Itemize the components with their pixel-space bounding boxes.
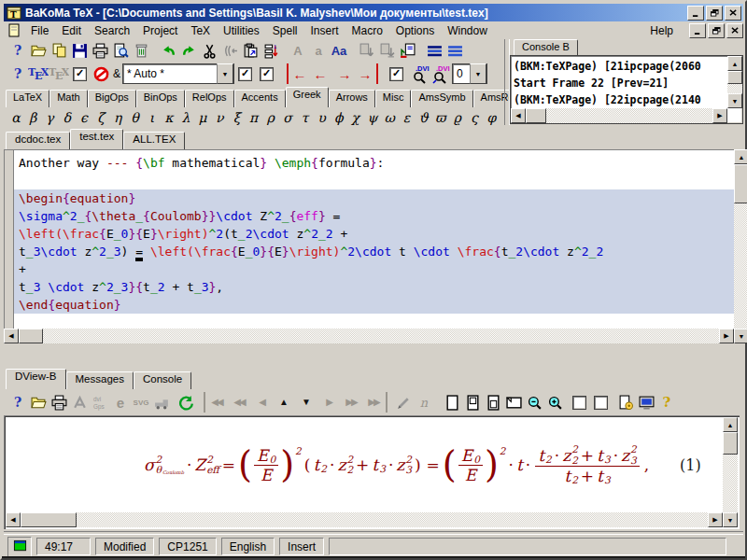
console-vscrollbar[interactable]: ▲ ▼ xyxy=(727,56,742,108)
scroll-thumb[interactable] xyxy=(19,329,43,343)
last-page-icon[interactable]: ▶▶ xyxy=(363,392,388,413)
editor-vscrollbar[interactable]: ▲ ▼ xyxy=(734,149,747,343)
option-3-checkbox[interactable] xyxy=(389,67,403,81)
menu-item-file[interactable]: File xyxy=(24,22,55,39)
export-pdf-icon[interactable] xyxy=(69,392,90,413)
scroll-left-icon[interactable]: ◀ xyxy=(511,108,526,123)
cut-icon[interactable] xyxy=(199,40,219,61)
scroll-down-icon[interactable]: ▼ xyxy=(727,93,742,108)
greek-symbol-button[interactable]: ω xyxy=(381,110,398,125)
tab-bigops[interactable]: BigOps xyxy=(88,90,136,107)
greek-symbol-button[interactable]: σ xyxy=(279,110,296,125)
first-page-icon[interactable]: ◀◀ xyxy=(204,392,229,413)
scroll-right-icon[interactable]: ▶ xyxy=(719,329,734,343)
inverse-search-icon[interactable] xyxy=(393,392,414,413)
chevron-down-icon[interactable]: ▼ xyxy=(217,63,233,84)
scroll-thumb[interactable] xyxy=(734,164,747,203)
prev-page-icon[interactable]: ◀ xyxy=(251,392,274,413)
help-tex-icon[interactable]: ? xyxy=(7,63,28,84)
editor-line[interactable]: + xyxy=(14,260,734,278)
scroll-down-icon[interactable]: ▼ xyxy=(296,392,318,413)
goto-page-icon[interactable]: n xyxy=(414,392,434,413)
editor-line[interactable] xyxy=(14,172,734,189)
tab-latex[interactable]: LaTeX xyxy=(6,90,49,107)
error-count-combo[interactable]: 0▼ xyxy=(452,63,487,84)
dvips-icon[interactable]: dviGps xyxy=(90,392,110,413)
greek-symbol-button[interactable]: ξ xyxy=(228,110,245,125)
help-icon[interactable]: ? xyxy=(7,40,28,61)
open-dvi-icon[interactable] xyxy=(28,392,49,413)
tab-arrows[interactable]: Arrows xyxy=(329,90,375,107)
next-error-icon[interactable]: → xyxy=(334,63,355,84)
greek-symbol-button[interactable]: τ xyxy=(296,110,313,125)
scroll-up-icon[interactable]: ▲ xyxy=(723,417,738,432)
greek-symbol-button[interactable]: ψ xyxy=(364,110,381,125)
prev-error-icon[interactable]: ← xyxy=(310,63,331,84)
menu-item-spell[interactable]: Spell xyxy=(266,22,304,39)
scroll-left-icon[interactable]: ◀ xyxy=(6,512,21,527)
tab-all-tex[interactable]: ALL.TEX xyxy=(123,132,185,149)
mdi-restore-icon[interactable] xyxy=(708,23,725,38)
render-options-icon[interactable] xyxy=(615,392,636,413)
tab-greek[interactable]: Greek xyxy=(286,87,329,107)
preview-dvi-icon[interactable]: .DVI xyxy=(411,63,431,84)
editor-line[interactable]: \sigma^2_{\theta_{Coulomb}}\cdot Z^2_{ef… xyxy=(14,207,734,225)
export-svg-icon[interactable]: SVG xyxy=(131,392,151,413)
menu-item-options[interactable]: Options xyxy=(389,22,441,39)
tab-misc[interactable]: Misc xyxy=(375,90,412,107)
menu-item-edit[interactable]: Edit xyxy=(55,22,88,39)
greek-symbol-button[interactable]: ν xyxy=(211,110,228,125)
tab-math[interactable]: Math xyxy=(49,90,87,107)
editor-hscrollbar[interactable]: ◀ ▶ xyxy=(4,329,734,343)
fit-window-icon[interactable] xyxy=(462,392,483,413)
delete-icon[interactable] xyxy=(131,40,151,61)
sort-icon[interactable]: 1 xyxy=(261,40,281,61)
editor-line[interactable]: Another way --- {\bf mathematical} \emph… xyxy=(14,154,734,172)
tab-dview-b[interactable]: DView-B xyxy=(6,369,66,389)
greek-symbol-button[interactable]: ε xyxy=(398,110,415,125)
preview-hscrollbar[interactable]: ◀ ▶ xyxy=(6,512,723,527)
editor-line[interactable] xyxy=(14,314,734,329)
minimize-icon[interactable] xyxy=(687,6,704,21)
help-dview-icon[interactable]: ? xyxy=(7,392,28,413)
tab-binops[interactable]: BinOps xyxy=(136,90,185,107)
greek-symbol-button[interactable]: μ xyxy=(194,110,211,125)
redo-icon[interactable] xyxy=(178,40,199,61)
greek-symbol-button[interactable]: δ xyxy=(59,110,76,125)
greek-symbol-button[interactable]: θ xyxy=(126,110,143,125)
greek-symbol-button[interactable]: χ xyxy=(347,110,364,125)
source-editor[interactable]: Another way --- {\bf mathematical} \emph… xyxy=(4,149,734,329)
save-icon[interactable] xyxy=(69,40,90,61)
tab-console[interactable]: Console xyxy=(134,371,191,389)
last-error-icon[interactable]: → xyxy=(355,63,378,84)
menu-item-macro[interactable]: Macro xyxy=(345,22,388,39)
menu-item-search[interactable]: Search xyxy=(88,22,136,39)
tab-test-tex[interactable]: test.tex xyxy=(70,129,123,149)
copy-files-icon[interactable] xyxy=(49,40,69,61)
greek-symbol-button[interactable]: ϵ xyxy=(76,110,92,125)
insert-block-icon[interactable] xyxy=(397,40,417,61)
view-option-1-checkbox[interactable] xyxy=(572,396,586,410)
display-setup-icon[interactable] xyxy=(636,392,656,413)
restore-icon[interactable] xyxy=(706,6,723,21)
scroll-left-icon[interactable]: ◀ xyxy=(4,329,19,343)
compile-latex-icon[interactable]: TEX xyxy=(28,63,49,84)
close-icon[interactable] xyxy=(725,6,741,21)
search-dvi-icon[interactable]: .DVI xyxy=(431,63,452,84)
editor-line[interactable]: \left(\frac{E_0}{E}\right)^2(t_2\cdot z^… xyxy=(14,225,734,243)
scroll-thumb[interactable] xyxy=(526,108,546,123)
option-1-checkbox[interactable] xyxy=(238,67,252,81)
chevron-down-icon[interactable]: ▼ xyxy=(470,63,486,84)
format-select-combo[interactable]: * Auto *▼ xyxy=(122,63,234,84)
change-case-icon[interactable]: Aa xyxy=(329,40,349,61)
greek-symbol-button[interactable]: λ xyxy=(177,110,194,125)
tab-accents[interactable]: Accents xyxy=(234,90,286,107)
fit-width-icon[interactable] xyxy=(483,392,503,413)
paste-special-icon[interactable] xyxy=(240,40,261,61)
greek-symbol-button[interactable]: ς xyxy=(466,110,483,125)
console-hscrollbar[interactable]: ◀ ▶ xyxy=(511,108,727,123)
auto-compile-checkbox[interactable] xyxy=(73,67,87,81)
view-option-2-checkbox[interactable] xyxy=(594,396,608,410)
menu-item-help[interactable]: Help xyxy=(643,22,680,39)
find-in-file-icon[interactable] xyxy=(110,40,131,61)
